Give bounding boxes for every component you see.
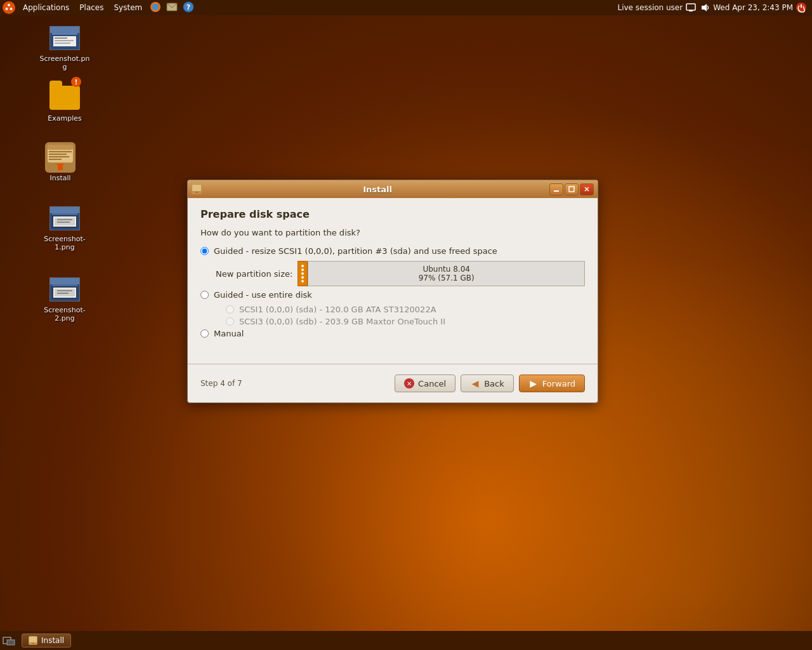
display-icon[interactable] — [685, 2, 697, 13]
svg-rect-9 — [686, 4, 695, 10]
screenshot2-thumbnail — [49, 277, 80, 302]
svg-rect-33 — [57, 222, 70, 223]
examples-icon-label: Examples — [48, 114, 81, 123]
screenshot2-icon-img — [49, 274, 80, 305]
places-menu[interactable]: Places — [74, 2, 108, 13]
svg-marker-11 — [702, 4, 707, 11]
applications-menu[interactable]: Applications — [18, 2, 74, 13]
taskbar-install-window[interactable]: Install — [22, 633, 71, 647]
guided-entire-label: Guided - use entire disk — [214, 290, 312, 300]
menubar-left: Applications Places System ? — [0, 0, 197, 16]
partition-bar-line1: Ubuntu 8.04 — [422, 265, 469, 274]
session-user-label: Live session user — [617, 3, 683, 12]
dialog-titlebar: Install — [188, 180, 598, 198]
back-arrow-icon: ◀ — [470, 378, 480, 388]
screenshot1-icon-label: Screenshot-1.png — [42, 235, 88, 251]
option-scsi1-sda[interactable]: SCSI1 (0,0,0) (sda) - 120.0 GB ATA ST312… — [226, 305, 585, 314]
svg-rect-21 — [48, 145, 73, 150]
forward-button[interactable]: ▶ Forward — [519, 375, 585, 392]
svg-point-5 — [152, 4, 159, 10]
back-button[interactable]: ◀ Back — [461, 375, 514, 392]
manual-label: Manual — [214, 329, 244, 338]
install-icon-img — [45, 142, 75, 173]
svg-rect-18 — [55, 43, 70, 44]
radio-guided-entire[interactable] — [200, 291, 209, 299]
close-button[interactable] — [580, 183, 594, 196]
volume-icon[interactable] — [699, 2, 710, 13]
radio-guided-resize[interactable] — [200, 247, 209, 255]
minimize-button[interactable] — [549, 183, 563, 196]
desktop-icon-screenshot1[interactable]: Screenshot-1.png — [39, 201, 90, 254]
screenshot-icon-label: Screenshot.png — [39, 55, 90, 71]
firefox-icon[interactable] — [147, 0, 164, 16]
svg-point-1 — [8, 4, 10, 6]
email-icon[interactable] — [164, 0, 180, 16]
desktop: Applications Places System ? — [0, 0, 812, 650]
taskbar-install-label: Install — [41, 636, 64, 645]
window-controls — [549, 183, 594, 196]
scsi3-sdb-label: SCSI3 (0,0,0) (sdb) - 203.9 GB Maxtor On… — [239, 317, 445, 326]
forward-arrow-icon: ▶ — [528, 378, 539, 388]
svg-rect-17 — [55, 40, 74, 41]
partition-size-label: New partition size: — [216, 269, 292, 279]
svg-rect-10 — [689, 10, 693, 11]
dialog-heading: Prepare disk space — [200, 208, 585, 220]
screenshot-icon-img — [49, 23, 80, 53]
radio-manual[interactable] — [200, 329, 209, 338]
cancel-button[interactable]: ✕ Cancel — [395, 375, 455, 392]
desktop-icon-install[interactable]: Install — [35, 140, 86, 185]
folder-badge: ! — [71, 77, 81, 87]
datetime-label: Wed Apr 23, 2:43 PM — [713, 3, 793, 12]
menubar-right: Live session user Wed Apr 23, 2:43 PM — [617, 2, 812, 13]
svg-rect-48 — [7, 640, 15, 645]
handle-dot-2 — [301, 269, 304, 271]
dialog-question: How do you want to partition the disk? — [200, 228, 585, 237]
shutdown-icon[interactable] — [796, 2, 807, 13]
svg-rect-25 — [49, 159, 62, 160]
svg-rect-27 — [58, 166, 63, 170]
svg-point-3 — [6, 8, 8, 10]
svg-rect-44 — [569, 187, 574, 192]
svg-rect-43 — [554, 190, 559, 192]
dialog-separator — [188, 364, 598, 364]
step-label: Step 4 of 7 — [200, 379, 242, 388]
system-menu[interactable]: System — [108, 2, 147, 13]
scsi1-sda-label: SCSI1 (0,0,0) (sda) - 120.0 GB ATA ST312… — [239, 305, 436, 314]
option-guided-entire[interactable]: Guided - use entire disk — [200, 290, 585, 300]
dialog-title: Install — [206, 185, 549, 194]
maximize-button[interactable] — [565, 183, 579, 196]
menubar: Applications Places System ? — [0, 0, 812, 15]
partition-bar-line2: 97% (57.1 GB) — [419, 274, 475, 282]
svg-rect-39 — [57, 293, 69, 294]
taskbar-resize-icon[interactable] — [3, 634, 15, 647]
forward-label: Forward — [542, 379, 575, 388]
svg-rect-38 — [57, 290, 72, 291]
svg-rect-35 — [52, 280, 77, 286]
dialog-app-icon — [192, 184, 202, 194]
install-dialog: Install Prepare disk space How do — [187, 180, 598, 403]
cancel-label: Cancel — [418, 379, 446, 388]
radio-scsi1-sda — [226, 305, 234, 314]
desktop-icon-examples[interactable]: ! Examples — [39, 80, 90, 125]
svg-rect-50 — [29, 637, 37, 642]
desktop-icon-screenshot2[interactable]: Screenshot-2.png — [39, 272, 90, 325]
option-guided-resize[interactable]: Guided - resize SCSI1 (0,0,0), partition… — [200, 246, 585, 256]
svg-text:?: ? — [187, 3, 190, 11]
option-scsi3-sdb[interactable]: SCSI3 (0,0,0) (sdb) - 203.9 GB Maxtor On… — [226, 317, 585, 326]
help-icon[interactable]: ? — [180, 0, 197, 16]
option-manual[interactable]: Manual — [200, 329, 585, 338]
screenshot-thumbnail — [49, 26, 80, 50]
screenshot1-icon-img — [49, 203, 80, 234]
svg-rect-41 — [192, 185, 201, 191]
partition-resize-handle[interactable] — [298, 261, 308, 286]
svg-point-2 — [10, 8, 13, 10]
svg-rect-24 — [49, 156, 69, 157]
desktop-icon-screenshot[interactable]: Screenshot.png — [39, 20, 90, 74]
cancel-icon: ✕ — [404, 378, 414, 388]
dialog-footer: Step 4 of 7 ✕ Cancel ◀ Back ▶ Forward — [188, 375, 598, 402]
taskbar: Install — [0, 631, 812, 650]
partition-size-row: New partition size: Ubuntu 8.04 97% (57.… — [216, 261, 585, 286]
guided-resize-label: Guided - resize SCSI1 (0,0,0), partition… — [214, 246, 497, 256]
screenshot1-thumbnail — [49, 206, 80, 230]
svg-rect-32 — [57, 219, 72, 220]
